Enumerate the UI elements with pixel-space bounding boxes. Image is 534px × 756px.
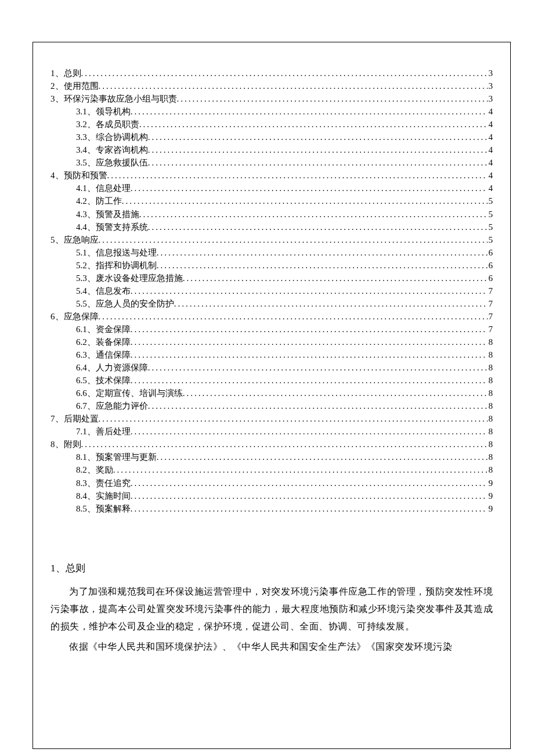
- toc-entry-page: 9: [488, 489, 493, 502]
- toc-entry-label: 2、使用范围: [50, 80, 99, 92]
- toc-entry-label: 3、环保污染事故应急小组与职责: [50, 92, 177, 105]
- toc-entry-label: 6、应急保障: [50, 310, 99, 323]
- toc-leader-dots: [148, 361, 488, 374]
- toc-entry[interactable]: 8.3、责任追究9: [50, 477, 493, 489]
- toc-entry-page: 3: [488, 80, 493, 92]
- toc-entry[interactable]: 7、后期处置8: [50, 412, 493, 425]
- toc-leader-dots: [107, 169, 488, 182]
- toc-entry-label: 4、预防和预警: [50, 169, 107, 182]
- toc-entry[interactable]: 4、预防和预警4: [50, 169, 493, 182]
- toc-entry-page: 8: [488, 412, 493, 425]
- toc-entry-page: 4: [488, 118, 493, 131]
- toc-entry[interactable]: 6.6、定期宣传、培训与演练8: [50, 387, 493, 399]
- toc-entry[interactable]: 8.5、预案解释9: [50, 502, 493, 515]
- toc-leader-dots: [139, 118, 488, 131]
- toc-entry-page: 4: [488, 143, 493, 156]
- toc-entry-label: 3.1、领导机构: [76, 105, 131, 118]
- toc-entry[interactable]: 6.1、资金保障7: [50, 323, 493, 336]
- toc-entry-page: 8: [488, 463, 493, 476]
- toc-entry-page: 7: [488, 297, 493, 310]
- toc-leader-dots: [183, 387, 488, 399]
- toc-entry-label: 5、应急响应: [50, 233, 99, 246]
- toc-entry[interactable]: 5.1、信息报送与处理6: [50, 246, 493, 259]
- toc-entry-page: 4: [488, 156, 493, 169]
- toc-entry-label: 3.3、综合协调机构: [76, 131, 148, 143]
- toc-entry-page: 5: [488, 221, 493, 233]
- toc-entry-page: 8: [488, 361, 493, 374]
- toc-entry-label: 4.1、信息处理: [76, 182, 131, 195]
- toc-leader-dots: [131, 425, 488, 438]
- toc-entry-page: 8: [488, 374, 493, 387]
- toc-entry-label: 8.1、预案管理与更新: [76, 451, 157, 463]
- toc-leader-dots: [99, 233, 488, 246]
- toc-entry[interactable]: 5.4、信息发布7: [50, 285, 493, 297]
- toc-entry[interactable]: 3.5、应急救援队伍4: [50, 156, 493, 169]
- toc-entry-label: 5.3、废水设备处理应急措施: [76, 272, 183, 285]
- toc-entry-page: 6: [488, 259, 493, 272]
- toc-entry-page: 9: [488, 502, 493, 515]
- toc-entry[interactable]: 6.7、应急能力评价8: [50, 399, 493, 412]
- toc-entry[interactable]: 8、附则8: [50, 438, 493, 451]
- toc-entry[interactable]: 2、使用范围3: [50, 80, 493, 92]
- toc-entry[interactable]: 5.5、应急人员的安全防护7: [50, 297, 493, 310]
- toc-entry-page: 5: [488, 195, 493, 207]
- toc-entry[interactable]: 4.1、信息处理4: [50, 182, 493, 195]
- toc-entry[interactable]: 6.4、人力资源保障8: [50, 361, 493, 374]
- toc-entry[interactable]: 4.4、预警支持系统5: [50, 221, 493, 233]
- toc-entry-label: 5.5、应急人员的安全防护: [76, 297, 174, 310]
- toc-entry-label: 3.4、专家咨询机构: [76, 143, 148, 156]
- section-heading: 1、总则: [50, 561, 493, 575]
- toc-entry-label: 6.3、通信保障: [76, 348, 131, 361]
- toc-entry[interactable]: 5.2、指挥和协调机制6: [50, 259, 493, 272]
- toc-entry[interactable]: 8.1、预案管理与更新8: [50, 451, 493, 463]
- toc-leader-dots: [157, 259, 488, 272]
- toc-entry[interactable]: 3.1、领导机构4: [50, 105, 493, 118]
- toc-leader-dots: [131, 105, 488, 118]
- toc-leader-dots: [99, 310, 488, 323]
- toc-entry-page: 3: [488, 67, 493, 80]
- toc-entry-page: 8: [488, 451, 493, 463]
- toc-leader-dots: [131, 502, 488, 515]
- toc-entry-label: 5.2、指挥和协调机制: [76, 259, 157, 272]
- toc-entry-page: 8: [488, 438, 493, 451]
- toc-leader-dots: [81, 438, 488, 451]
- toc-entry[interactable]: 6.5、技术保障8: [50, 374, 493, 387]
- toc-entry[interactable]: 4.2、防工作5: [50, 195, 493, 207]
- toc-entry[interactable]: 4.3、预警及措施5: [50, 208, 493, 221]
- toc-entry[interactable]: 1、总则3: [50, 67, 493, 80]
- toc-leader-dots: [157, 246, 488, 259]
- toc-entry-page: 8: [488, 399, 493, 412]
- toc-entry-label: 8.3、责任追究: [76, 477, 131, 489]
- toc-entry[interactable]: 6.3、通信保障8: [50, 348, 493, 361]
- toc-entry[interactable]: 7.1、善后处理8: [50, 425, 493, 438]
- toc-entry-page: 4: [488, 169, 493, 182]
- toc-entry-label: 4.4、预警支持系统: [76, 221, 148, 233]
- toc-entry-page: 7: [488, 310, 493, 323]
- toc-entry-label: 1、总则: [50, 67, 81, 80]
- toc-entry[interactable]: 3.3、综合协调机构4: [50, 131, 493, 143]
- toc-entry-label: 6.2、装备保障: [76, 336, 131, 348]
- toc-entry[interactable]: 3.2、各成员职责4: [50, 118, 493, 131]
- toc-entry[interactable]: 5、应急响应5: [50, 233, 493, 246]
- toc-entry-label: 3.2、各成员职责: [76, 118, 139, 131]
- toc-entry-label: 8.2、奖励: [76, 463, 113, 476]
- toc-leader-dots: [148, 131, 488, 143]
- toc-entry[interactable]: 3.4、专家咨询机构4: [50, 143, 493, 156]
- toc-entry-label: 8.4、实施时间: [76, 489, 131, 502]
- toc-leader-dots: [131, 336, 488, 348]
- paragraph: 依据《中华人民共和国环境保护法》、《中华人民共和国安全生产法》《国家突发环境污染: [50, 638, 493, 656]
- toc-entry-label: 8、附则: [50, 438, 81, 451]
- toc-entry[interactable]: 8.2、奖励8: [50, 463, 493, 476]
- toc-entry-label: 5.4、信息发布: [76, 285, 131, 297]
- toc-entry[interactable]: 6.2、装备保障8: [50, 336, 493, 348]
- toc-entry[interactable]: 5.3、废水设备处理应急措施6: [50, 272, 493, 285]
- toc-entry[interactable]: 6、应急保障7: [50, 310, 493, 323]
- toc-entry-page: 4: [488, 131, 493, 143]
- toc-entry[interactable]: 8.4、实施时间9: [50, 489, 493, 502]
- toc-entry-page: 6: [488, 272, 493, 285]
- toc-entry-page: 8: [488, 348, 493, 361]
- toc-entry[interactable]: 3、环保污染事故应急小组与职责3: [50, 92, 493, 105]
- toc-leader-dots: [139, 208, 488, 221]
- toc-leader-dots: [157, 451, 488, 463]
- table-of-contents: 1、总则32、使用范围33、环保污染事故应急小组与职责33.1、领导机构43.2…: [50, 67, 493, 515]
